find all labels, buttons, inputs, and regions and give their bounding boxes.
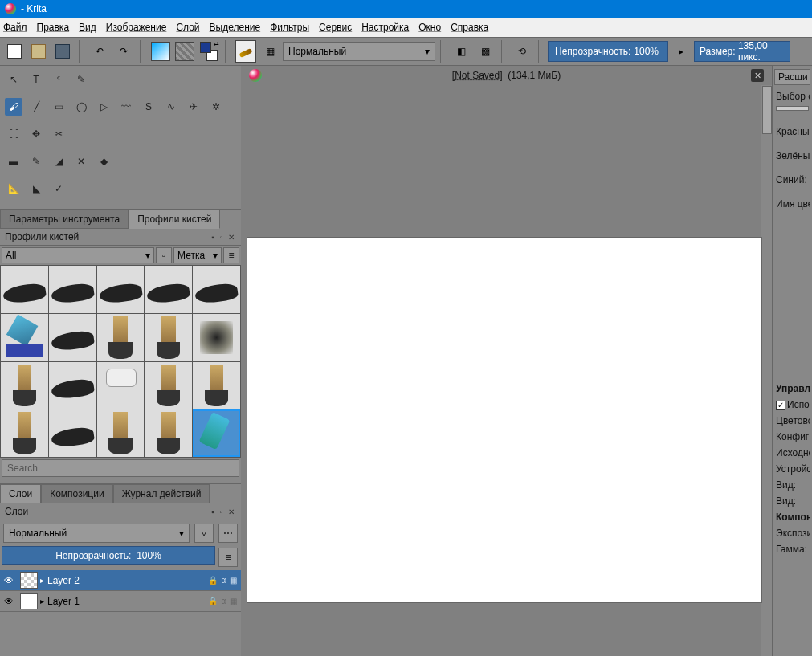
brush-preset[interactable]: [193, 314, 240, 361]
ellipse-tool[interactable]: ◯: [72, 98, 90, 116]
blend-mode-dropdown[interactable]: Нормальный▾: [283, 42, 435, 61]
menu-filters[interactable]: Фильтры: [270, 22, 309, 33]
edit-shapes-tool[interactable]: ✎: [72, 71, 90, 88]
layer-props-button[interactable]: ≡: [218, 548, 238, 567]
gradient-swatch[interactable]: [149, 40, 172, 63]
opacity-slider[interactable]: Непрозрачность: 100%: [548, 41, 668, 62]
menu-select[interactable]: Выделение: [210, 22, 261, 33]
layer-flags[interactable]: 🔒 α ▦: [201, 597, 241, 605]
multibrush-tool[interactable]: ✲: [207, 98, 225, 116]
brush-preset[interactable]: [49, 314, 96, 361]
move-tool[interactable]: ↖: [5, 71, 22, 88]
menu-file[interactable]: Файл: [3, 22, 27, 33]
color-picker-tool[interactable]: ✎: [27, 153, 45, 170]
layer-name[interactable]: Layer 1: [44, 596, 201, 607]
brush-preview[interactable]: [235, 40, 257, 63]
tab-tool-options[interactable]: Параметры инструмента: [0, 210, 129, 229]
bezier-tool[interactable]: S: [140, 98, 157, 116]
brush-preset[interactable]: [145, 409, 192, 457]
tab-undo-history[interactable]: Журнал действий: [113, 484, 210, 503]
brush-preset[interactable]: [145, 314, 192, 361]
tab-compositions[interactable]: Композиции: [41, 484, 112, 503]
brush-settings-button[interactable]: ▦: [259, 40, 281, 63]
brush-preset[interactable]: [1, 362, 48, 409]
measure-tool[interactable]: 📐: [5, 180, 22, 198]
layer-name[interactable]: Layer 2: [44, 575, 201, 586]
redo-button[interactable]: ↷: [112, 40, 135, 63]
rectangle-tool[interactable]: ▭: [50, 98, 67, 116]
brush-preset[interactable]: [49, 266, 96, 313]
brush-preset-selected[interactable]: [193, 409, 240, 457]
size-slider[interactable]: Размер: 135,00 пикс.: [694, 41, 790, 62]
brush-filter-dropdown[interactable]: All▾: [2, 247, 154, 263]
canvas[interactable]: [247, 238, 761, 602]
menu-window[interactable]: Окно: [418, 22, 441, 33]
brush-preset[interactable]: [145, 362, 192, 409]
layer-filter-button[interactable]: ▿: [194, 524, 214, 543]
layer-blend-mode-dropdown[interactable]: Нормальный▾: [3, 524, 190, 543]
brush-preset[interactable]: [97, 409, 145, 457]
eraser-toggle[interactable]: ◧: [450, 40, 472, 63]
menu-view[interactable]: Вид: [79, 22, 96, 33]
visibility-icon[interactable]: 👁: [0, 596, 18, 607]
menu-image[interactable]: Изображение: [106, 22, 167, 33]
freehand-brush-tool[interactable]: 🖌: [5, 98, 22, 116]
undo-button[interactable]: ↶: [88, 40, 111, 63]
alpha-lock-toggle[interactable]: ▩: [474, 40, 496, 63]
polygon-tool[interactable]: ▷: [95, 98, 112, 116]
use-checkbox[interactable]: ✓Испо: [774, 397, 810, 413]
tab-brush-presets[interactable]: Профили кистей: [129, 210, 220, 229]
brush-preset[interactable]: [97, 266, 145, 313]
pattern-swatch[interactable]: [173, 40, 196, 63]
layer-flags[interactable]: 🔒 α ▦: [201, 576, 241, 585]
layer-opacity-slider[interactable]: Непрозрачность: 100%: [2, 546, 215, 565]
calligraphy-tool[interactable]: ᶜ: [50, 71, 67, 88]
brush-search-input[interactable]: Search: [2, 459, 239, 477]
open-button[interactable]: [27, 40, 50, 63]
polyline-tool[interactable]: 〰: [117, 98, 135, 116]
layer-row[interactable]: 👁 ▸ Layer 2 🔒 α ▦: [0, 570, 241, 591]
pattern-edit-tool[interactable]: ✕: [72, 153, 90, 170]
dock-controls-icon[interactable]: ▪ ▫ ✕: [211, 233, 236, 242]
brush-tag-dropdown[interactable]: Метка▾: [173, 247, 222, 263]
layer-row[interactable]: 👁 ▸ Layer 1 🔒 α ▦: [0, 591, 241, 612]
brush-preset[interactable]: [49, 362, 96, 409]
opacity-menu-icon[interactable]: ▸: [670, 40, 692, 63]
tab-layers[interactable]: Слои: [0, 484, 41, 503]
move-layer-tool[interactable]: ✥: [27, 125, 45, 143]
brush-preset[interactable]: [97, 314, 145, 361]
fg-bg-color[interactable]: ⇄: [198, 40, 220, 63]
gradient-tool[interactable]: ◢: [50, 153, 67, 170]
new-button[interactable]: [3, 40, 26, 63]
brush-preset[interactable]: [145, 266, 192, 313]
menu-edit[interactable]: Правка: [37, 22, 70, 33]
menu-help[interactable]: Справка: [451, 22, 488, 33]
reference-tool[interactable]: ✓: [50, 180, 67, 198]
transform-tool[interactable]: ⛶: [5, 125, 22, 143]
mirror-button[interactable]: ⟲: [511, 40, 533, 63]
brush-preset[interactable]: [1, 409, 48, 457]
brush-preset[interactable]: [1, 266, 48, 313]
close-document-button[interactable]: ✕: [751, 69, 764, 82]
menu-layer[interactable]: Слой: [176, 22, 199, 33]
brush-filter-clear[interactable]: ▫: [156, 247, 172, 263]
right-tab-advanced[interactable]: Расши: [774, 69, 810, 85]
brush-preset[interactable]: [97, 362, 145, 409]
text-tool[interactable]: T: [27, 71, 45, 88]
brush-preset[interactable]: [193, 266, 240, 313]
dock-controls-icon[interactable]: ▪ ▫ ✕: [211, 507, 236, 516]
brush-preset[interactable]: [49, 409, 96, 457]
menu-tools[interactable]: Сервис: [319, 22, 352, 33]
canvas-viewport[interactable]: [241, 85, 761, 656]
brush-view-mode[interactable]: ≡: [223, 247, 239, 263]
save-button[interactable]: [51, 40, 74, 63]
fill-tool[interactable]: ▬: [5, 153, 22, 170]
visibility-icon[interactable]: 👁: [0, 575, 18, 586]
layer-settings-button[interactable]: ⋯: [218, 524, 238, 543]
freehand-path-tool[interactable]: ∿: [162, 98, 180, 116]
vertical-scrollbar[interactable]: [761, 85, 772, 656]
brush-preset[interactable]: [193, 362, 240, 409]
crop-tool[interactable]: ✂: [50, 125, 67, 143]
smart-fill-tool[interactable]: ◆: [95, 153, 112, 170]
brush-preset[interactable]: [1, 314, 48, 361]
